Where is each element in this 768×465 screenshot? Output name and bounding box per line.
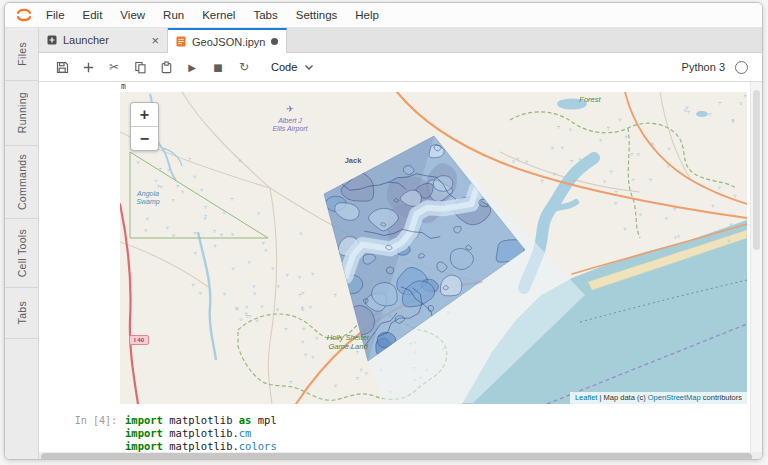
add-cell-button[interactable]	[75, 56, 101, 78]
menu-settings[interactable]: Settings	[287, 9, 347, 21]
menu-help[interactable]: Help	[346, 9, 388, 21]
map-attribution: Leaflet | Map data (c) OpenStreetMap con…	[570, 392, 747, 404]
menu-edit[interactable]: Edit	[74, 9, 112, 21]
jupyter-logo-icon	[11, 8, 37, 22]
cut-cells-button[interactable]: ✂	[101, 56, 127, 78]
notebook-icon	[176, 36, 186, 47]
menu-kernel[interactable]: Kernel	[193, 9, 244, 21]
sidebar-tab-files[interactable]: Files	[5, 28, 38, 81]
zoom-out-button[interactable]: −	[131, 127, 158, 150]
restart-kernel-button[interactable]: ↻	[231, 56, 257, 78]
sidebar-tab-cell-tools[interactable]: Cell Tools	[5, 219, 38, 288]
sidebar-tab-commands[interactable]: Commands	[5, 146, 38, 219]
close-icon[interactable]: ×	[151, 34, 159, 47]
tab-bar: Launcher × GeoJSON.ipyn	[39, 28, 762, 53]
copy-cells-button[interactable]	[127, 56, 153, 78]
code-editor[interactable]: import matplotlib as mplimport matplotli…	[125, 414, 277, 452]
leaflet-link[interactable]: Leaflet	[575, 393, 598, 402]
chevron-down-icon	[304, 64, 314, 71]
menu-tabs[interactable]: Tabs	[244, 9, 286, 21]
notebook-content: m	[39, 82, 750, 452]
map-canvas	[120, 92, 747, 404]
horizontal-scrollbar[interactable]	[39, 452, 762, 460]
code-line: import matplotlib.colors	[125, 440, 277, 452]
code-line: import matplotlib as mpl	[125, 414, 277, 427]
horizontal-scrollbar-thumb[interactable]	[41, 453, 752, 460]
cell-prompt: In [4]:	[39, 414, 125, 452]
map-zoom-control: + −	[130, 102, 159, 151]
save-button[interactable]	[49, 56, 75, 78]
kernel-name[interactable]: Python 3	[682, 61, 725, 73]
run-button[interactable]: ▶	[179, 56, 205, 78]
menu-file[interactable]: File	[37, 9, 74, 21]
cell-type-value: Code	[271, 61, 297, 73]
cell-type-dropdown[interactable]: Code	[271, 61, 314, 73]
jupyterlab-window: FileEditViewRunKernelTabsSettingsHelp Fi…	[4, 2, 763, 460]
tab-label: GeoJSON.ipyn	[192, 36, 265, 48]
menu-view[interactable]: View	[111, 9, 154, 21]
paste-cells-button[interactable]	[153, 56, 179, 78]
leaflet-map[interactable]: Albert JEllis AirportAngolaSwampHolly Sh…	[120, 92, 747, 404]
sidebar-tab-running[interactable]: Running	[5, 81, 38, 146]
vertical-scrollbar-thumb[interactable]	[753, 90, 760, 250]
osm-link[interactable]: OpenStreetMap	[648, 393, 701, 402]
tab-label: Launcher	[63, 34, 109, 46]
menu-bar: FileEditViewRunKernelTabsSettingsHelp	[5, 3, 762, 28]
code-line: import matplotlib.cm	[125, 427, 277, 440]
code-cell: In [4]: import matplotlib as mplimport m…	[39, 414, 750, 452]
notebook-toolbar: ✂ ▶ ■ ↻ Code Python 3	[39, 53, 762, 82]
stop-button[interactable]: ■	[205, 56, 231, 78]
launcher-icon	[47, 35, 57, 45]
menu-run[interactable]: Run	[154, 9, 193, 21]
vertical-scrollbar[interactable]	[750, 82, 762, 452]
zoom-in-button[interactable]: +	[131, 103, 158, 127]
tab-geojson[interactable]: GeoJSON.ipyn	[168, 28, 287, 53]
kernel-status-icon	[735, 61, 748, 74]
sidebar-tab-tabs[interactable]: Tabs	[5, 288, 38, 339]
unsaved-changes-dot	[271, 38, 278, 45]
menu-items: FileEditViewRunKernelTabsSettingsHelp	[37, 9, 388, 21]
tab-launcher[interactable]: Launcher ×	[39, 28, 168, 52]
left-sidebar: FilesRunningCommandsCell ToolsTabs	[5, 28, 39, 459]
stray-output-text: m	[121, 82, 126, 91]
